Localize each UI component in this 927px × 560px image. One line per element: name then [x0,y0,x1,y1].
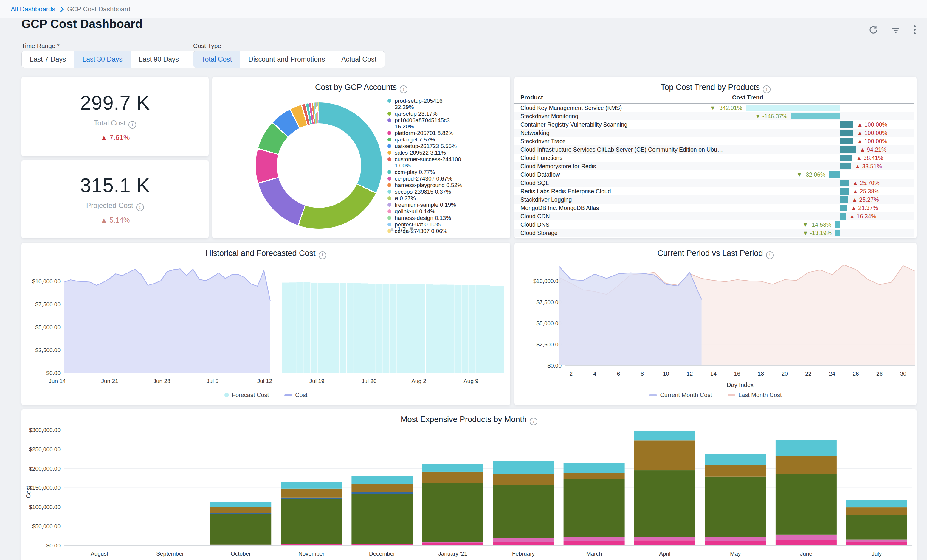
info-icon[interactable] [530,417,537,425]
svg-text:July: July [872,551,882,557]
svg-text:18: 18 [758,370,764,377]
legend-swatch [388,203,391,207]
trend-value: ▼ -13.19% [803,230,831,236]
refresh-icon[interactable] [868,24,879,35]
cost-type-option[interactable]: Total Cost [193,51,240,68]
projected-cost-delta: ▲ 5.14% [100,216,130,224]
legend-item[interactable]: Last Month Cost [728,392,782,399]
table-row[interactable]: MongoDB Inc. MongoDB Atlas▲ 21.37% [514,204,914,212]
legend-item[interactable]: Current Month Cost [649,392,712,399]
cost-by-gcp-accounts-card: Cost by GCP Accounts prod-setup-205416 3… [212,77,510,238]
legend-swatch [388,112,391,115]
cost-trend-cell: ▼ -13.19% [728,229,914,237]
legend-item[interactable]: Cost [284,392,307,399]
legend-item[interactable]: prod-setup-205416 32.29% [388,98,510,110]
svg-text:June: June [800,551,812,557]
legend-swatch [388,151,391,155]
svg-text:Day Index: Day Index [727,382,754,388]
cost-type-option[interactable]: Actual Cost [333,51,384,68]
info-icon[interactable] [763,85,770,93]
kebab-menu-icon[interactable] [913,24,917,36]
table-row[interactable]: Cloud DNS▼ -14.53% [514,220,914,229]
legend-item[interactable]: pr10406a87045145c3 15.20% [388,117,510,130]
time-range-option[interactable]: Last 90 Days [131,51,187,68]
legend-swatch [388,118,391,122]
column-header-product[interactable]: Product [520,94,543,101]
trend-value: ▼ -146.37% [755,113,787,120]
legend-item[interactable]: customer-success-244100 1.00% [388,156,510,168]
table-row[interactable]: Cloud Storage▼ -13.19% [514,229,914,237]
column-header-cost-trend[interactable]: Cost Trend [732,94,763,101]
svg-text:October: October [231,551,251,557]
breadcrumb-all-dashboards-link[interactable]: All Dashboards [11,5,55,13]
svg-text:Cost: Cost [25,486,32,498]
legend-item[interactable]: sales-209522 3.11% [388,150,510,156]
info-icon[interactable] [400,85,407,93]
trend-bar [840,196,848,203]
table-row[interactable]: Stackdriver Monitoring▼ -146.37% [514,112,914,120]
trend-value: ▲ 25.38% [853,188,880,194]
monthly-chart-title: Most Expensive Products by Month [21,415,916,425]
gcp-accounts-donut-chart[interactable] [256,102,382,229]
legend-item[interactable]: qa-setup 23.17% [388,111,510,117]
historical-forecast-card: Historical and Forecasted Cost $10,000.0… [21,243,510,405]
product-name: Cloud Dataflow [520,171,723,178]
historical-forecast-chart[interactable]: $10,000.00$7,500.00$5,000.00$2,500.00$0.… [21,243,510,389]
svg-text:$5,000.00: $5,000.00 [35,324,61,330]
table-row[interactable]: Stackdriver Logging▲ 25.27% [514,196,914,204]
svg-text:24: 24 [829,370,836,377]
legend-item[interactable]: ce-prod-274307 0.67% [388,176,510,182]
monthly-stacked-bar-chart[interactable]: $300,000.00$250,000.00$200,000.00$150,00… [21,409,916,560]
legend-item[interactable]: harness-playground 0.52% [388,182,510,188]
table-row[interactable]: Cloud Functions▲ 38.41% [514,154,914,162]
table-row[interactable]: Cloud Dataflow▼ -32.06% [514,170,914,179]
legend-item[interactable]: ø 0.27% [388,195,510,201]
product-name: Stackdriver Logging [520,196,723,203]
svg-text:May: May [730,551,741,557]
legend-item[interactable]: uat-setup-261723 5.55% [388,143,510,149]
cost-trend-cell: ▲ 94.21% [728,146,914,154]
period-compare-chart[interactable]: $10,000.00$7,500.00$5,000.00$2,500.00$0.… [514,243,916,389]
trend-value: ▲ 100.00% [857,121,887,128]
table-row[interactable]: Cloud CDN▲ 16.34% [514,212,914,220]
table-row[interactable]: Stackdriver Trace▲ 100.00% [514,137,914,146]
cost-type-option[interactable]: Discount and Promotions [240,51,333,68]
legend-item[interactable]: freemium-sample 0.19% [388,202,510,208]
time-range-option[interactable]: Last 30 Days [74,51,131,68]
svg-text:$10,000.00: $10,000.00 [533,278,562,284]
svg-text:Jul 26: Jul 26 [362,378,377,384]
info-icon[interactable] [319,251,327,259]
table-header: Product Cost Trend [514,94,914,104]
time-range-option[interactable]: Last 7 Days [22,51,74,68]
svg-text:November: November [298,551,325,557]
legend-item[interactable]: platform-205701 8.82% [388,130,510,136]
info-icon[interactable] [136,203,144,211]
legend-item[interactable]: harness-design 0.13% [388,215,510,221]
table-row[interactable]: Networking▲ 100.00% [514,129,914,137]
filter-icon[interactable] [891,25,901,35]
page-down-icon[interactable]: ▼ [408,225,415,233]
breadcrumb: All Dashboards GCP Cost Dashboard [0,0,927,18]
legend-item[interactable]: secops-239815 0.37% [388,188,510,195]
info-icon[interactable] [766,251,774,259]
monthly-products-card: Most Expensive Products by Month $300,00… [21,409,916,560]
svg-text:Jun 21: Jun 21 [101,378,118,384]
legend-item[interactable]: qa-target 7.57% [388,137,510,143]
product-name: Cloud CDN [520,213,723,220]
table-row[interactable]: Redis Labs Redis Enterprise Cloud▲ 25.38… [514,187,914,196]
table-row[interactable]: Cloud SQL▲ 25.70% [514,179,914,187]
legend-item[interactable]: golink-url 0.14% [388,208,510,214]
page-up-icon[interactable]: ▲ [389,225,395,233]
table-row[interactable]: Container Registry Vulnerability Scannin… [514,120,914,129]
product-name: Stackdriver Trace [520,138,723,145]
info-icon[interactable] [128,121,136,129]
legend-item[interactable]: Forecast Cost [225,392,269,399]
table-row[interactable]: Cloud Memorystore for Redis▲ 33.51% [514,162,914,170]
svg-text:8: 8 [641,370,644,377]
legend-item[interactable]: ccm-play 0.77% [388,169,510,175]
table-row[interactable]: Cloud Infrastructure Services GitLab Ser… [514,146,914,154]
svg-text:22: 22 [805,370,812,377]
table-row[interactable]: Cloud Key Management Service (KMS)▼ -342… [514,104,914,112]
svg-text:16: 16 [734,370,740,377]
svg-text:$50,000.00: $50,000.00 [32,523,61,529]
